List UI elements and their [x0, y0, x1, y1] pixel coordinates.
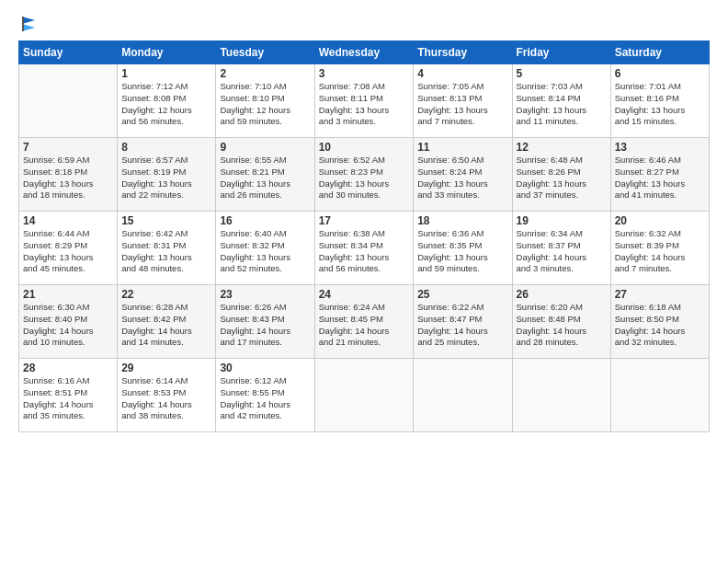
day-info: Sunrise: 6:36 AM Sunset: 8:35 PM Dayligh…	[417, 228, 507, 275]
calendar-cell	[19, 64, 118, 138]
day-number: 21	[23, 288, 113, 301]
day-info: Sunrise: 6:22 AM Sunset: 8:47 PM Dayligh…	[417, 302, 507, 349]
logo-flag-icon	[20, 15, 37, 31]
calendar-cell: 13Sunrise: 6:46 AM Sunset: 8:27 PM Dayli…	[610, 138, 709, 212]
calendar-cell: 9Sunrise: 6:55 AM Sunset: 8:21 PM Daylig…	[216, 138, 314, 212]
day-number: 10	[319, 141, 410, 154]
day-info: Sunrise: 6:28 AM Sunset: 8:42 PM Dayligh…	[121, 302, 211, 349]
calendar-cell	[414, 359, 512, 432]
day-number: 7	[23, 141, 113, 154]
day-info: Sunrise: 6:50 AM Sunset: 8:24 PM Dayligh…	[417, 155, 507, 201]
day-number: 29	[121, 362, 211, 374]
day-number: 8	[121, 141, 211, 154]
day-info: Sunrise: 6:26 AM Sunset: 8:43 PM Dayligh…	[220, 302, 310, 349]
calendar-cell: 10Sunrise: 6:52 AM Sunset: 8:23 PM Dayli…	[314, 138, 414, 212]
calendar-cell: 15Sunrise: 6:42 AM Sunset: 8:31 PM Dayli…	[118, 212, 216, 285]
day-number: 30	[220, 362, 310, 374]
logo	[18, 15, 37, 31]
day-info: Sunrise: 7:03 AM Sunset: 8:14 PM Dayligh…	[517, 81, 607, 128]
day-info: Sunrise: 6:14 AM Sunset: 8:53 PM Dayligh…	[121, 375, 211, 422]
day-info: Sunrise: 6:38 AM Sunset: 8:34 PM Dayligh…	[319, 228, 410, 275]
day-number: 1	[121, 67, 211, 80]
calendar-cell: 7Sunrise: 6:59 AM Sunset: 8:18 PM Daylig…	[19, 138, 118, 212]
day-number: 9	[220, 141, 310, 154]
day-info: Sunrise: 7:08 AM Sunset: 8:11 PM Dayligh…	[319, 81, 410, 128]
day-number: 27	[615, 288, 705, 301]
page: SundayMondayTuesdayWednesdayThursdayFrid…	[0, 0, 728, 563]
calendar-cell: 14Sunrise: 6:44 AM Sunset: 8:29 PM Dayli…	[19, 212, 118, 285]
svg-marker-1	[22, 24, 35, 31]
day-info: Sunrise: 6:55 AM Sunset: 8:21 PM Dayligh…	[220, 155, 310, 201]
day-number: 12	[517, 141, 607, 154]
calendar-table: SundayMondayTuesdayWednesdayThursdayFrid…	[18, 40, 710, 432]
calendar-cell: 4Sunrise: 7:05 AM Sunset: 8:13 PM Daylig…	[414, 64, 512, 138]
calendar-week-row: 7Sunrise: 6:59 AM Sunset: 8:18 PM Daylig…	[19, 138, 710, 212]
calendar-cell: 12Sunrise: 6:48 AM Sunset: 8:26 PM Dayli…	[512, 138, 610, 212]
day-number: 11	[417, 141, 507, 154]
weekday-header-sunday: Sunday	[19, 41, 118, 64]
day-number: 2	[220, 67, 310, 80]
day-number: 24	[319, 288, 410, 301]
calendar-cell: 21Sunrise: 6:30 AM Sunset: 8:40 PM Dayli…	[19, 285, 118, 359]
calendar-cell: 25Sunrise: 6:22 AM Sunset: 8:47 PM Dayli…	[414, 285, 512, 359]
day-info: Sunrise: 6:44 AM Sunset: 8:29 PM Dayligh…	[23, 228, 113, 275]
day-number: 5	[517, 67, 607, 80]
weekday-header-thursday: Thursday	[414, 41, 512, 64]
day-info: Sunrise: 6:52 AM Sunset: 8:23 PM Dayligh…	[319, 155, 410, 201]
calendar-cell: 1Sunrise: 7:12 AM Sunset: 8:08 PM Daylig…	[118, 64, 216, 138]
day-info: Sunrise: 7:12 AM Sunset: 8:08 PM Dayligh…	[121, 81, 211, 128]
day-number: 4	[417, 67, 507, 80]
day-number: 3	[319, 67, 410, 80]
svg-rect-2	[22, 17, 24, 31]
calendar-week-row: 14Sunrise: 6:44 AM Sunset: 8:29 PM Dayli…	[19, 212, 710, 285]
calendar-cell: 19Sunrise: 6:34 AM Sunset: 8:37 PM Dayli…	[512, 212, 610, 285]
calendar-cell: 16Sunrise: 6:40 AM Sunset: 8:32 PM Dayli…	[216, 212, 314, 285]
day-info: Sunrise: 7:05 AM Sunset: 8:13 PM Dayligh…	[417, 81, 507, 128]
day-info: Sunrise: 6:18 AM Sunset: 8:50 PM Dayligh…	[615, 302, 705, 349]
weekday-header-tuesday: Tuesday	[216, 41, 314, 64]
day-info: Sunrise: 6:30 AM Sunset: 8:40 PM Dayligh…	[23, 302, 113, 349]
header	[18, 15, 710, 31]
calendar-cell: 27Sunrise: 6:18 AM Sunset: 8:50 PM Dayli…	[610, 285, 709, 359]
calendar-cell: 26Sunrise: 6:20 AM Sunset: 8:48 PM Dayli…	[512, 285, 610, 359]
day-info: Sunrise: 6:48 AM Sunset: 8:26 PM Dayligh…	[517, 155, 607, 201]
calendar-cell: 24Sunrise: 6:24 AM Sunset: 8:45 PM Dayli…	[314, 285, 414, 359]
day-info: Sunrise: 6:20 AM Sunset: 8:48 PM Dayligh…	[517, 302, 607, 349]
day-info: Sunrise: 6:16 AM Sunset: 8:51 PM Dayligh…	[23, 375, 113, 422]
day-info: Sunrise: 6:32 AM Sunset: 8:39 PM Dayligh…	[615, 228, 705, 275]
calendar-cell: 30Sunrise: 6:12 AM Sunset: 8:55 PM Dayli…	[216, 359, 314, 432]
calendar-cell	[314, 359, 414, 432]
day-number: 22	[121, 288, 211, 301]
weekday-header-monday: Monday	[118, 41, 216, 64]
calendar-cell: 8Sunrise: 6:57 AM Sunset: 8:19 PM Daylig…	[118, 138, 216, 212]
day-number: 28	[23, 362, 113, 374]
calendar-cell: 29Sunrise: 6:14 AM Sunset: 8:53 PM Dayli…	[118, 359, 216, 432]
weekday-header-friday: Friday	[512, 41, 610, 64]
calendar-cell: 5Sunrise: 7:03 AM Sunset: 8:14 PM Daylig…	[512, 64, 610, 138]
day-info: Sunrise: 6:42 AM Sunset: 8:31 PM Dayligh…	[121, 228, 211, 275]
calendar-cell: 22Sunrise: 6:28 AM Sunset: 8:42 PM Dayli…	[118, 285, 216, 359]
day-number: 13	[615, 141, 705, 154]
calendar-cell	[512, 359, 610, 432]
calendar-cell	[610, 359, 709, 432]
calendar-cell: 3Sunrise: 7:08 AM Sunset: 8:11 PM Daylig…	[314, 64, 414, 138]
day-number: 17	[319, 214, 410, 227]
calendar-cell: 6Sunrise: 7:01 AM Sunset: 8:16 PM Daylig…	[610, 64, 709, 138]
day-info: Sunrise: 6:46 AM Sunset: 8:27 PM Dayligh…	[615, 155, 705, 201]
day-info: Sunrise: 6:24 AM Sunset: 8:45 PM Dayligh…	[319, 302, 410, 349]
day-info: Sunrise: 6:57 AM Sunset: 8:19 PM Dayligh…	[121, 155, 211, 201]
calendar-week-row: 1Sunrise: 7:12 AM Sunset: 8:08 PM Daylig…	[19, 64, 710, 138]
day-info: Sunrise: 6:12 AM Sunset: 8:55 PM Dayligh…	[220, 375, 310, 422]
day-number: 26	[517, 288, 607, 301]
day-number: 23	[220, 288, 310, 301]
calendar-cell: 2Sunrise: 7:10 AM Sunset: 8:10 PM Daylig…	[216, 64, 314, 138]
day-number: 20	[615, 214, 705, 227]
calendar-cell: 23Sunrise: 6:26 AM Sunset: 8:43 PM Dayli…	[216, 285, 314, 359]
day-info: Sunrise: 6:40 AM Sunset: 8:32 PM Dayligh…	[220, 228, 310, 275]
day-number: 14	[23, 214, 113, 227]
day-number: 25	[417, 288, 507, 301]
calendar-cell: 11Sunrise: 6:50 AM Sunset: 8:24 PM Dayli…	[414, 138, 512, 212]
calendar-week-row: 21Sunrise: 6:30 AM Sunset: 8:40 PM Dayli…	[19, 285, 710, 359]
day-info: Sunrise: 7:01 AM Sunset: 8:16 PM Dayligh…	[615, 81, 705, 128]
svg-marker-0	[22, 17, 35, 24]
